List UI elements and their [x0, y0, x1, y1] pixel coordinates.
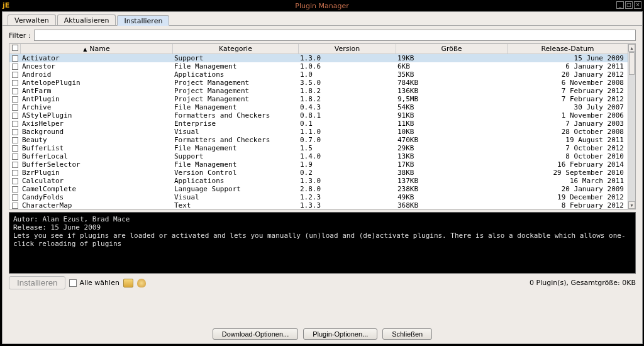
- table-row[interactable]: AncestorFile Management1.0.66KB6 January…: [9, 62, 628, 70]
- cell-name: Activator: [21, 54, 173, 62]
- plugin-options-button[interactable]: Plugin-Optionen...: [303, 328, 377, 340]
- cell-size: 13KB: [396, 152, 508, 160]
- table-row[interactable]: AndroidApplications1.035KB20 January 201…: [9, 70, 628, 79]
- close-window-button[interactable]: ×: [634, 1, 641, 9]
- cell-category: Project Management: [173, 95, 299, 103]
- table-row[interactable]: BufferListFile Management1.529KB7 Octobe…: [9, 144, 628, 152]
- cell-size: 470KB: [396, 136, 508, 144]
- cell-size: 11KB: [396, 120, 508, 128]
- close-button[interactable]: Schließen: [382, 328, 432, 340]
- cell-version: 1.5: [299, 144, 396, 152]
- cell-size: 784KB: [396, 79, 508, 87]
- table-row[interactable]: CamelCompleteLanguage Support2.8.0238KB2…: [9, 185, 628, 193]
- cell-date: 28 October 2008: [508, 128, 628, 136]
- cell-date: 8 February 2012: [508, 201, 628, 209]
- row-checkbox[interactable]: [9, 152, 21, 160]
- author-value: Alan Ezust, Brad Mace: [42, 215, 130, 223]
- row-checkbox[interactable]: [9, 95, 21, 103]
- cell-version: 1.8.2: [299, 87, 396, 95]
- bottom-bar: Installieren Alle wählen 0 Plugin(s), Ge…: [9, 276, 636, 289]
- cell-name: BzrPlugin: [21, 169, 173, 177]
- header-date[interactable]: Release-Datum: [508, 44, 628, 53]
- table-row[interactable]: BeautyFormatters and Checkers0.7.0470KB1…: [9, 136, 628, 144]
- row-checkbox[interactable]: [9, 177, 21, 185]
- install-button[interactable]: Installieren: [9, 276, 65, 289]
- scroll-up-icon[interactable]: ▴: [628, 44, 635, 52]
- cell-name: AntFarm: [21, 87, 173, 95]
- row-checkbox[interactable]: [9, 144, 21, 152]
- header-name[interactable]: ▲Name: [21, 44, 173, 53]
- cell-version: 1.3.3: [299, 201, 396, 209]
- row-checkbox[interactable]: [9, 201, 21, 209]
- dialog-button-row: Download-Optionen... Plugin-Optionen... …: [3, 328, 642, 340]
- cell-name: BufferList: [21, 144, 173, 152]
- header-size[interactable]: Größe: [396, 44, 508, 53]
- row-checkbox[interactable]: [9, 62, 21, 70]
- row-checkbox[interactable]: [9, 185, 21, 193]
- cell-date: 19 August 2011: [508, 136, 628, 144]
- cell-date: 1 November 2006: [508, 111, 628, 120]
- bell-icon[interactable]: [137, 279, 146, 287]
- cell-version: 0.1: [299, 120, 396, 128]
- cell-category: Support: [173, 54, 299, 62]
- cell-name: AntelopePlugin: [21, 79, 173, 87]
- header-checkbox[interactable]: [9, 44, 21, 53]
- table-row[interactable]: AxisHelperEnterprise0.111KB7 January 200…: [9, 120, 628, 128]
- vertical-scrollbar[interactable]: ▴ ▾: [628, 44, 635, 209]
- filter-input[interactable]: [34, 30, 636, 41]
- table-row[interactable]: CandyFoldsVisual1.2.349KB19 December 201…: [9, 193, 628, 201]
- table-row[interactable]: AStylePluginFormatters and Checkers0.8.1…: [9, 111, 628, 120]
- table-row[interactable]: BufferLocalSupport1.4.013KB8 October 201…: [9, 152, 628, 160]
- row-checkbox[interactable]: [9, 54, 21, 62]
- cell-version: 1.4.0: [299, 152, 396, 160]
- tab-strip: VerwaltenAktualisierenInstallieren: [3, 12, 642, 26]
- release-value: 15 June 2009: [51, 223, 101, 232]
- row-checkbox[interactable]: [9, 120, 21, 128]
- table-row[interactable]: CharacterMapText1.3.3368KB8 February 201…: [9, 201, 628, 209]
- table-row[interactable]: AntFarmProject Management1.8.2136KB7 Feb…: [9, 87, 628, 95]
- row-checkbox[interactable]: [9, 111, 21, 120]
- tab-aktualisieren[interactable]: Aktualisieren: [57, 14, 116, 25]
- maximize-button[interactable]: □: [625, 1, 633, 9]
- table-row[interactable]: BzrPluginVersion Control0.238KB29 Septem…: [9, 169, 628, 177]
- row-checkbox[interactable]: [9, 87, 21, 95]
- row-checkbox[interactable]: [9, 79, 21, 87]
- scroll-down-icon[interactable]: ▾: [628, 201, 635, 209]
- minimize-button[interactable]: _: [616, 1, 624, 9]
- row-checkbox[interactable]: [9, 193, 21, 201]
- cell-name: Android: [21, 70, 173, 79]
- select-all-checkbox[interactable]: Alle wählen: [69, 279, 119, 287]
- cell-size: 19KB: [396, 54, 508, 62]
- cell-version: 1.3.0: [299, 54, 396, 62]
- scroll-thumb[interactable]: [629, 52, 635, 75]
- cell-size: 35KB: [396, 70, 508, 79]
- table-row[interactable]: ArchiveFile Management0.4.354KB30 July 2…: [9, 103, 628, 111]
- title-bar: jE Plugin Manager _ □ ×: [0, 0, 644, 11]
- download-options-button[interactable]: Download-Optionen...: [213, 328, 298, 340]
- row-checkbox[interactable]: [9, 103, 21, 111]
- cell-name: AxisHelper: [21, 120, 173, 128]
- table-row[interactable]: BackgroundVisual1.1.010KB28 October 2008: [9, 128, 628, 136]
- table-row[interactable]: BufferSelectorFile Management1.917KB16 F…: [9, 160, 628, 169]
- row-checkbox[interactable]: [9, 70, 21, 79]
- row-checkbox[interactable]: [9, 128, 21, 136]
- table-row[interactable]: CalculatorApplications1.3.0137KB16 March…: [9, 177, 628, 185]
- cell-category: File Management: [173, 103, 299, 111]
- cell-version: 0.7.0: [299, 136, 396, 144]
- tab-installieren[interactable]: Installieren: [117, 15, 169, 26]
- header-version[interactable]: Version: [299, 44, 396, 53]
- row-checkbox[interactable]: [9, 136, 21, 144]
- cell-version: 2.8.0: [299, 185, 396, 193]
- cell-size: 368KB: [396, 201, 508, 209]
- table-row[interactable]: AntelopePluginProject Management3.5.0784…: [9, 79, 628, 87]
- row-checkbox[interactable]: [9, 160, 21, 169]
- cell-size: 238KB: [396, 185, 508, 193]
- cell-name: Ancestor: [21, 62, 173, 70]
- cell-version: 1.1.0: [299, 128, 396, 136]
- folder-icon[interactable]: [123, 279, 133, 287]
- row-checkbox[interactable]: [9, 169, 21, 177]
- table-row[interactable]: AntPluginProject Management1.8.29,5MB7 F…: [9, 95, 628, 103]
- table-row[interactable]: ActivatorSupport1.3.019KB15 June 2009: [9, 54, 628, 62]
- tab-verwalten[interactable]: Verwalten: [8, 14, 56, 25]
- header-category[interactable]: Kategorie: [173, 44, 299, 53]
